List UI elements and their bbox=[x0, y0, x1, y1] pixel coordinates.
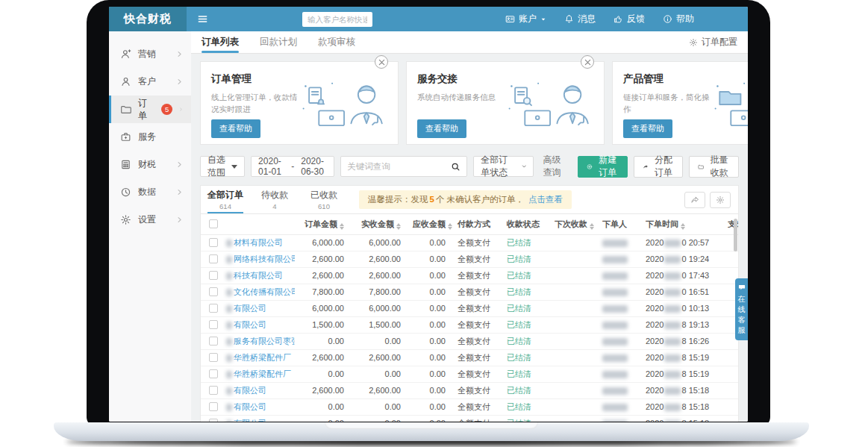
customer-name-link[interactable]: 材料有限公司 bbox=[234, 238, 283, 247]
column-header-订单金额[interactable]: 订单金额 bbox=[295, 214, 353, 234]
new-order-button[interactable]: 新建订单 bbox=[578, 156, 628, 178]
tab-款项审核[interactable]: 款项审核 bbox=[318, 31, 355, 53]
view-help-button[interactable]: 查看帮助 bbox=[417, 119, 466, 138]
date-range-picker[interactable]: 2020-01-01 - 2020-06-30 bbox=[251, 156, 334, 177]
gear-icon bbox=[120, 214, 131, 225]
row-checkbox[interactable] bbox=[209, 353, 218, 362]
customer-name-link[interactable]: 网络科技有限公司 bbox=[234, 254, 295, 263]
select-all-checkbox[interactable] bbox=[209, 219, 218, 228]
receivable-amount-cell: 0.00 bbox=[410, 333, 455, 349]
export-button[interactable] bbox=[684, 192, 705, 208]
customer-name-link[interactable]: 有限公司 bbox=[234, 402, 266, 411]
batch-collect-button[interactable]: 批量收款 bbox=[689, 156, 739, 178]
customer-name-link[interactable]: 有限公司 bbox=[234, 320, 266, 329]
next-collect-cell bbox=[552, 382, 599, 398]
order-config-button[interactable]: 订单配置 bbox=[689, 31, 737, 53]
row-checkbox[interactable] bbox=[209, 271, 218, 280]
pay-method-cell: 全额支付 bbox=[455, 234, 504, 251]
list-tab-全部订单[interactable]: 全部订单614 bbox=[201, 186, 250, 213]
card-close-button[interactable] bbox=[581, 55, 594, 69]
assign-order-button[interactable]: 分配订单 bbox=[634, 156, 684, 178]
row-checkbox[interactable] bbox=[209, 320, 218, 329]
keyword-search-box bbox=[340, 156, 467, 177]
row-checkbox[interactable] bbox=[209, 337, 218, 346]
pay-method-cell: 全额支付 bbox=[455, 284, 504, 300]
order-status-select[interactable]: 全部订单状态 bbox=[473, 156, 534, 177]
redacted-date-part bbox=[664, 256, 681, 263]
table-settings-button[interactable] bbox=[710, 192, 731, 208]
doc-search-illustration bbox=[505, 71, 596, 137]
row-checkbox[interactable] bbox=[209, 304, 218, 313]
sidebar-item-订单[interactable]: 订单5 bbox=[109, 96, 191, 123]
column-header-实收金额[interactable]: 实收金额 bbox=[353, 214, 410, 234]
range-select[interactable]: 自选范围 bbox=[200, 156, 245, 177]
online-service-tab[interactable]: 在线客服 bbox=[735, 278, 748, 340]
customer-name-link[interactable]: 文化传播有限公司 bbox=[234, 287, 295, 296]
topnav-item-帮助[interactable]: 帮助 bbox=[663, 13, 694, 25]
sidebar-item-设置[interactable]: 设置 bbox=[109, 206, 191, 234]
column-header-付款方式: 付款方式 bbox=[455, 214, 504, 234]
list-tab-待收款[interactable]: 待收款4 bbox=[250, 186, 299, 213]
advanced-query-link[interactable]: 高级查询 bbox=[543, 154, 566, 179]
menu-icon[interactable] bbox=[197, 13, 208, 25]
pay-method-cell: 全额支付 bbox=[455, 398, 504, 415]
expense-amount-cell bbox=[725, 349, 738, 366]
sort-icon[interactable] bbox=[340, 223, 344, 230]
sort-icon[interactable] bbox=[396, 223, 401, 230]
notice-link[interactable]: 点击查看 bbox=[528, 195, 563, 204]
order-time-cell: 20200 17:43 bbox=[643, 267, 725, 284]
sidebar-item-客户[interactable]: 客户 bbox=[109, 68, 191, 96]
order-status-value: 全部订单状态 bbox=[481, 154, 516, 179]
column-header-应收金额[interactable]: 应收金额 bbox=[410, 214, 455, 234]
global-search-input[interactable] bbox=[302, 12, 372, 27]
view-help-button[interactable]: 查看帮助 bbox=[211, 119, 260, 138]
clock-icon bbox=[120, 187, 131, 198]
list-tab-label: 全部订单 bbox=[201, 189, 250, 201]
search-button[interactable] bbox=[444, 157, 466, 176]
topnav-item-消息[interactable]: 消息 bbox=[564, 13, 596, 25]
column-header-下单时间[interactable]: 下单时间 bbox=[643, 214, 725, 234]
table-row: 有限公司0.000.000.00全额支付已结清20208 15:18查看订单 bbox=[201, 398, 738, 415]
customer-name-link[interactable]: 服务有限公司枣强营 bbox=[234, 337, 295, 346]
next-collect-cell bbox=[552, 316, 599, 333]
sidebar-item-财税[interactable]: 财税 bbox=[109, 151, 191, 178]
tab-订单列表[interactable]: 订单列表 bbox=[202, 31, 239, 53]
order-amount-cell: 0.00 bbox=[295, 398, 353, 415]
close-icon bbox=[378, 59, 385, 66]
sidebar-item-服务[interactable]: 服务 bbox=[109, 123, 191, 151]
buyer-cell bbox=[599, 349, 643, 366]
customer-name-link[interactable]: 华胜桥梁配件厂 bbox=[234, 353, 291, 362]
customer-name-link[interactable]: 华胜桥梁配件厂 bbox=[234, 369, 291, 378]
row-checkbox-cell bbox=[201, 366, 223, 382]
keyword-input[interactable] bbox=[347, 162, 439, 171]
sort-icon[interactable] bbox=[448, 223, 452, 230]
customer-name-link[interactable]: 有限公司 bbox=[234, 386, 266, 395]
column-header-下次收款[interactable]: 下次收款 bbox=[552, 214, 599, 234]
collect-status-cell: 已结清 bbox=[504, 300, 552, 316]
topnav-item-账户[interactable]: 账户 bbox=[505, 13, 546, 25]
row-checkbox[interactable] bbox=[209, 386, 218, 395]
sidebar-item-数据[interactable]: 数据 bbox=[109, 178, 191, 206]
row-checkbox[interactable] bbox=[209, 254, 218, 263]
card-close-button[interactable] bbox=[375, 55, 388, 69]
order-time-cell: 20200 19:24 bbox=[643, 251, 725, 267]
table-scrollbar[interactable] bbox=[734, 219, 737, 251]
order-time-prefix: 2020 bbox=[646, 271, 664, 280]
topnav-item-反馈[interactable]: 反馈 bbox=[613, 13, 645, 25]
tab-回款计划[interactable]: 回款计划 bbox=[260, 31, 297, 53]
table-row: 有限公司0.000.000.00全额支付已结清20208 15:18查看订单 bbox=[201, 415, 738, 422]
laptop-screen: 快合财税 账户消息反馈帮助 营销客户订单5服务财税数据设置 订单列表回款计划款项… bbox=[87, 0, 770, 426]
view-help-button[interactable]: 查看帮助 bbox=[623, 119, 672, 138]
sidebar-item-营销[interactable]: 营销 bbox=[109, 40, 191, 68]
list-tab-已收款[interactable]: 已收款610 bbox=[299, 186, 349, 213]
row-checkbox[interactable] bbox=[209, 369, 218, 378]
row-checkbox[interactable] bbox=[209, 238, 218, 247]
sort-icon[interactable] bbox=[590, 223, 594, 230]
row-checkbox[interactable] bbox=[209, 419, 218, 422]
sort-icon[interactable] bbox=[681, 223, 685, 230]
row-checkbox[interactable] bbox=[209, 287, 218, 296]
customer-name-link[interactable]: 有限公司 bbox=[234, 304, 266, 313]
customer-name-link[interactable]: 科技有限公司 bbox=[234, 271, 283, 280]
row-checkbox[interactable] bbox=[209, 402, 218, 411]
customer-name-link[interactable]: 有限公司 bbox=[234, 419, 266, 422]
